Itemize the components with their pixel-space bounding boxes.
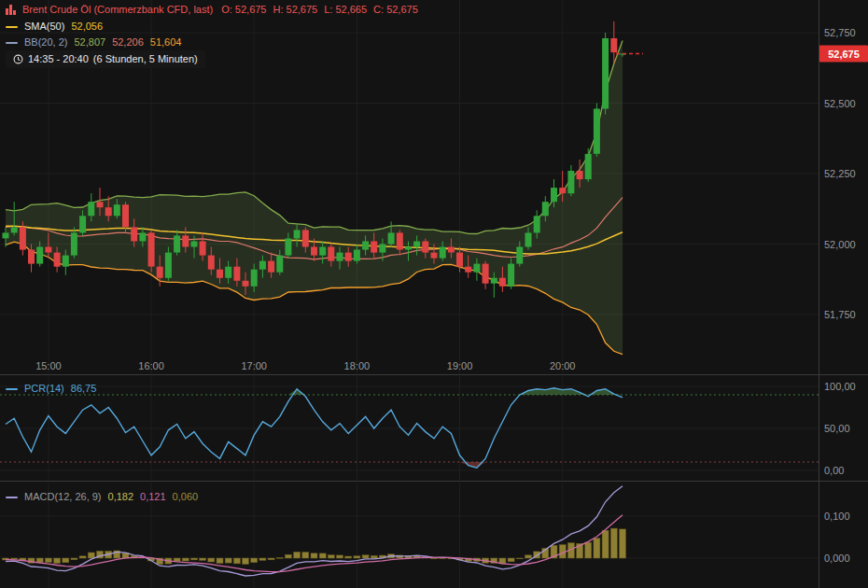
main-price-pane[interactable] [3, 21, 644, 355]
bollinger-middle-value: 52,206 [112, 36, 144, 49]
candle [448, 247, 455, 253]
candle [602, 38, 609, 109]
macd-hist-value: 0,060 [173, 491, 199, 503]
candle [440, 247, 446, 259]
macd-histogram-bar [233, 558, 240, 564]
candle [88, 202, 94, 216]
axis-tick-label: 100,00 [824, 381, 856, 392]
candle [165, 253, 172, 278]
macd-histogram-bar [63, 558, 69, 563]
candle [499, 278, 506, 287]
axis-tick-label: 0,100 [824, 511, 850, 522]
candle [302, 230, 309, 246]
candle [208, 256, 215, 270]
candle [276, 256, 283, 273]
axis-tick-label: 19:00 [447, 360, 473, 371]
pcr-oversold-fill [6, 462, 623, 468]
axis-tick-label: 15:00 [35, 360, 62, 371]
candle [191, 242, 198, 247]
macd-signal-value: 0,121 [140, 491, 166, 503]
candle [114, 204, 120, 216]
price-axis[interactable]: 52,75052,50052,25052,00051,750100,0050,0… [819, 0, 868, 588]
candle [71, 232, 77, 255]
candle [28, 250, 35, 264]
macd-histogram-bar [54, 558, 61, 564]
candle [243, 281, 249, 287]
candle [259, 261, 266, 270]
candle [11, 227, 18, 232]
macd-histogram-bar [311, 553, 317, 558]
candle [122, 204, 129, 227]
candle [54, 253, 61, 267]
candle [610, 38, 617, 52]
sma-legend: SMA(50) 52,056 [6, 21, 103, 33]
candle [542, 202, 549, 216]
macd-histogram-bar [431, 558, 438, 559]
candle [225, 267, 231, 278]
macd-histogram-bar [319, 553, 326, 558]
sma-value: 52,056 [71, 21, 103, 33]
candle [174, 235, 180, 252]
candle [345, 253, 352, 261]
macd-histogram-bar [259, 558, 266, 560]
macd-histogram-bar [217, 558, 223, 564]
instrument-legend: Brent Crude Öl (Commerzbank CFD, last) O… [6, 4, 418, 16]
candle [328, 247, 334, 261]
macd-histogram-bar [371, 555, 377, 558]
candle [585, 154, 592, 179]
candle [79, 216, 86, 232]
macd-histogram-bar [294, 552, 301, 558]
macd-histogram-bar [354, 556, 360, 558]
bollinger-fill [6, 41, 623, 355]
candle [294, 230, 301, 238]
axis-tick-label: 16:00 [138, 360, 164, 371]
candle [388, 232, 395, 244]
macd-histogram-bar [328, 555, 334, 558]
candle [20, 227, 26, 249]
candle [508, 264, 514, 287]
candle [139, 232, 146, 241]
candle [379, 245, 385, 253]
clock-icon [13, 54, 23, 64]
axis-tick-label: 20:00 [550, 360, 576, 371]
candle [200, 242, 206, 256]
candle [285, 239, 291, 256]
pcr-overbought-fill [6, 388, 623, 395]
candle [405, 247, 412, 250]
macd-histogram-bar [191, 558, 198, 560]
candlestick-icon [6, 5, 16, 15]
candle [362, 242, 369, 250]
axis-tick-label: 0,00 [824, 465, 844, 476]
axis-tick-label: 52,750 [824, 27, 856, 38]
axis-tick-label: 52,000 [824, 239, 856, 250]
bollinger-legend: BB(20, 2) 52,807 52,206 51,604 [6, 36, 181, 49]
axis-tick-label: 18:00 [344, 360, 371, 371]
candle [456, 253, 463, 267]
macd-histogram-bar [302, 553, 309, 558]
candle [45, 247, 51, 253]
macd-histogram-bar [525, 555, 532, 558]
macd-histogram-bar [36, 558, 43, 563]
macd-value: 0,182 [108, 491, 134, 503]
macd-histogram-bar [285, 554, 291, 558]
macd-histogram-bar [268, 558, 274, 560]
candle [63, 256, 69, 267]
candle [337, 253, 343, 261]
candle [516, 247, 523, 264]
bollinger-upper-value: 52,807 [74, 36, 105, 49]
time-axis[interactable]: 15:0016:0017:0018:0019:0020:00 [35, 360, 575, 371]
candle [431, 253, 438, 259]
macd-histogram-bar [182, 558, 189, 561]
macd-histogram-bar [225, 558, 231, 563]
macd-histogram-bar [610, 528, 617, 558]
axis-tick-label: 52,675 [828, 49, 860, 60]
ohlc-low: L: 52,665 [324, 4, 367, 16]
sma-label: SMA(50) [24, 21, 64, 33]
candle [397, 232, 403, 249]
axis-tick-label: 51,750 [824, 309, 856, 320]
candle [251, 270, 258, 287]
macd-histogram-bar [88, 553, 94, 558]
axis-tick-label: 17:00 [241, 360, 267, 371]
sma-line-swatch [6, 26, 18, 28]
candle [413, 242, 420, 247]
